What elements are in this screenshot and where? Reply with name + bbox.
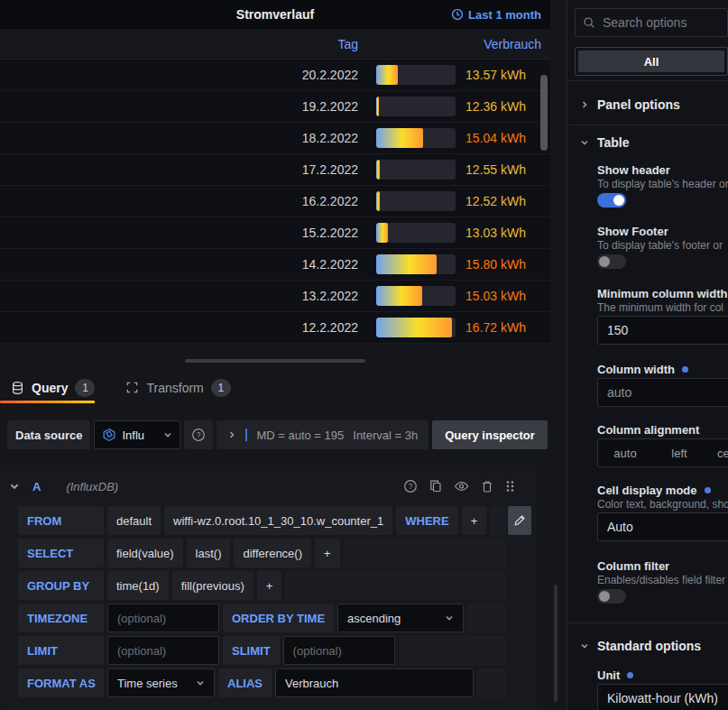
section-title: Panel options [597,97,680,112]
tab-transform[interactable]: Transform 1 [122,372,234,403]
toggle-knob [599,256,610,267]
gauge-track [376,286,456,306]
cell-display-mode-select[interactable]: Auto [597,512,728,541]
query-row-header: A (InfluxDB) ? [0,465,537,497]
column-filter-toggle[interactable] [597,589,626,604]
query-segment[interactable]: time(1d) [107,571,169,600]
label-text: Cell display mode [597,484,697,497]
align-auto-option[interactable]: auto [598,439,652,466]
query-input[interactable]: (optional) [107,636,219,665]
override-dot [705,487,711,493]
divider [567,124,728,125]
cell-date: 15.2.2022 [0,226,365,240]
cell-gauge: 15.04 kWh [365,123,550,153]
cell-display-mode-label: Cell display mode [597,484,711,497]
section-table[interactable]: Table [567,132,728,153]
tab-query-label: Query [32,381,68,395]
query-row-filler [477,669,506,697]
text-caret [245,429,247,441]
query-segment[interactable]: fill(previous) [172,571,253,600]
svg-text:?: ? [409,482,413,491]
query-keyword: FROM [18,506,104,535]
min-column-width-desc: The minimum width for col [597,301,723,314]
cell-date: 13.2.2022 [0,289,365,303]
query-select[interactable]: ascending [337,604,464,632]
align-center-option[interactable]: center [706,439,728,466]
query-keyword: WHERE [396,506,457,535]
query-input[interactable]: (optional) [107,604,219,632]
show-footer-toggle[interactable] [597,254,626,269]
query-options-expander[interactable]: MD = auto = 195 Interval = 3h [217,420,429,449]
query-keyword: SLIMIT [223,636,280,665]
cell-value: 13.03 kWh [456,226,550,240]
query-row-filler [490,506,506,535]
tab-query[interactable]: Query 1 [7,372,98,403]
min-column-width-input[interactable]: 150 [597,316,728,345]
add-part-button[interactable]: + [315,539,340,567]
query-row: SELECTfield(value)last()difference()+ [18,539,506,567]
chevron-down-icon[interactable] [9,481,20,492]
section-title: Standard options [597,639,701,653]
query-input[interactable]: (optional) [283,636,395,665]
section-standard-options[interactable]: Standard options [567,635,728,657]
time-range-picker[interactable]: Last 1 month [451,0,541,29]
column-header-verbrauch[interactable]: Verbrauch [365,37,550,51]
edit-area: Stromverlauf Last 1 month Tag Verbrauch … [0,0,567,710]
show-header-desc: To display table's header or [597,178,728,190]
section-panel-options[interactable]: Panel options [567,94,728,115]
drag-grip-icon[interactable] [505,479,515,493]
pane-resize-handle[interactable] [185,359,365,363]
chevron-right-icon [580,100,589,109]
datasource-help-button[interactable]: ? [184,420,213,449]
table-row: 14.2.202215.80 kWh [0,249,550,281]
query-segment[interactable]: difference() [234,539,311,567]
gauge-fill [376,97,379,116]
gauge-fill [376,318,452,337]
table-scrollbar-thumb[interactable] [540,75,548,151]
add-part-button[interactable]: + [257,571,282,600]
gauge-track [376,97,456,116]
eye-icon[interactable] [454,479,469,493]
query-segment[interactable]: wiffi-wz.0.root.10_1_30_10.w_counter_1 [164,506,392,535]
align-left-option[interactable]: left [652,439,706,466]
unit-select[interactable]: Kilowatt-hour (kWh) [597,684,728,710]
datasource-label: Data source [7,420,90,449]
editor-scrollbar-thumb[interactable] [554,585,558,702]
table-row: 12.2.202216.72 kWh [0,312,550,344]
help-circle-icon[interactable]: ? [403,479,418,493]
query-keyword: ORDER BY TIME [223,604,334,632]
database-icon [11,381,24,395]
section-title: Table [597,135,630,150]
gauge-track [376,160,456,180]
column-header-tag[interactable]: Tag [0,37,365,51]
show-header-toggle[interactable] [597,193,626,207]
unit-label: Unit [597,669,633,682]
gauge-fill [376,286,422,306]
query-row: LIMIT(optional)SLIMIT(optional) [18,636,506,665]
copy-icon[interactable] [429,479,443,493]
column-width-input[interactable]: auto [597,378,728,407]
trash-icon[interactable] [480,479,494,493]
datasource-name: Influ [122,429,158,442]
column-alignment-radio-group: auto left center [597,438,728,467]
query-keyword: SELECT [18,539,104,567]
query-select[interactable]: Time series [107,669,215,697]
cell-value: 12.55 kWh [456,162,550,177]
editor-tabbar: Query 1 Transform 1 [0,372,567,403]
query-segment[interactable]: last() [187,539,231,567]
cell-value: 16.72 kWh [456,320,550,335]
add-part-button[interactable]: + [462,506,487,535]
query-row: TIMEZONE(optional)ORDER BY TIMEascending [18,604,506,632]
query-input[interactable]: Verbrauch [275,669,474,697]
query-segment[interactable]: default [107,506,161,535]
cell-value: 15.03 kWh [456,289,550,303]
options-filter-all[interactable]: All [578,51,724,72]
datasource-picker[interactable]: Influ [94,420,180,449]
column-filter-desc: Enables/disables field filter [597,574,725,586]
query-inspector-button[interactable]: Query inspector [432,420,548,449]
edit-raw-query-button[interactable] [508,506,531,535]
query-segment[interactable]: field(value) [107,539,183,567]
gauge-track [376,254,456,274]
datasource-row: Data source Influ ? MD = auto = 195 I [7,420,548,449]
options-search-input[interactable]: Search options [575,8,728,37]
